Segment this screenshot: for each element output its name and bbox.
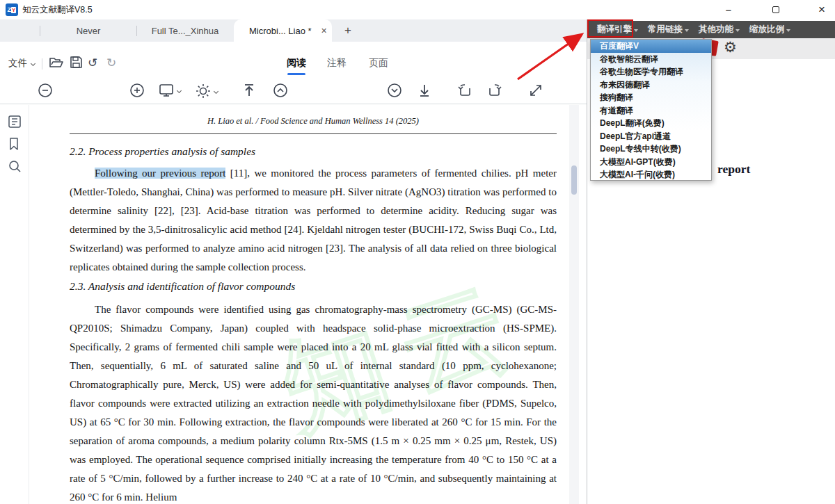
tab-label: Microbi... Liao * bbox=[249, 26, 312, 36]
pdf-sidebar bbox=[0, 105, 29, 504]
go-to-bottom-button[interactable] bbox=[418, 83, 431, 98]
app-logo-icon: ZY bbox=[6, 3, 18, 16]
engine-option-google-biomed[interactable]: 谷歌生物医学专用翻译 bbox=[591, 65, 711, 79]
rotate-right-button[interactable] bbox=[486, 83, 503, 98]
pdf-scrollbar-thumb[interactable] bbox=[571, 165, 577, 195]
chevron-up-circle-icon bbox=[273, 83, 288, 98]
paragraph-2-2-text: [11], we monitored the process parameter… bbox=[70, 168, 557, 273]
engine-option-youdao[interactable]: 有道翻译 bbox=[591, 104, 711, 117]
engine-option-sogou[interactable]: 搜狗翻译 bbox=[591, 91, 711, 104]
settings-button[interactable]: ⚙ bbox=[724, 39, 737, 56]
caret-down-icon bbox=[735, 29, 740, 32]
section-heading-2-3[interactable]: 2.3. Analysis and identification of flav… bbox=[70, 280, 557, 293]
previous-page-button[interactable] bbox=[273, 83, 288, 98]
pdf-page: 知云 H. Liao et al. / Food Science and Hum… bbox=[29, 105, 569, 504]
source-sentence-partial[interactable]: report bbox=[717, 162, 750, 177]
bookmarks-panel-button[interactable] bbox=[8, 137, 22, 151]
view-tab-read[interactable]: 阅读 bbox=[287, 57, 306, 70]
pdf-scrollbar-track[interactable] bbox=[569, 105, 579, 504]
rotate-left-icon bbox=[456, 83, 473, 98]
redo-button[interactable]: ↻ bbox=[106, 56, 116, 70]
selected-text-highlight[interactable]: Following our previous report bbox=[95, 168, 225, 179]
brightness-icon bbox=[195, 83, 212, 99]
go-to-top-button[interactable] bbox=[242, 83, 256, 98]
paragraph-2-3[interactable]: The flavor compounds were identified usi… bbox=[70, 300, 557, 504]
folder-open-icon bbox=[49, 56, 64, 69]
menu-label: 缩放比例 bbox=[749, 24, 784, 35]
chevron-down-icon bbox=[177, 88, 182, 92]
save-button[interactable] bbox=[70, 56, 83, 69]
menu-label: 翻译引擎 bbox=[597, 24, 632, 35]
zoom-out-icon bbox=[38, 83, 53, 98]
display-theme-button[interactable] bbox=[195, 83, 218, 99]
engine-option-ai-qianwen[interactable]: 大模型AI-千问(收费) bbox=[591, 168, 711, 181]
fullscreen-button[interactable] bbox=[528, 83, 543, 98]
new-tab-button[interactable]: + bbox=[340, 22, 356, 39]
undo-button[interactable]: ↺ bbox=[88, 56, 97, 70]
page-view-mode-button[interactable] bbox=[158, 83, 181, 98]
tab-label: Never bbox=[77, 26, 101, 36]
zoom-out-button[interactable] bbox=[38, 83, 53, 98]
menu-label: 常用链接 bbox=[648, 24, 683, 35]
menu-other-functions[interactable]: 其他功能 bbox=[699, 24, 740, 35]
view-tab-annotate[interactable]: 注释 bbox=[327, 57, 347, 70]
engine-option-baidu[interactable]: 百度翻译V bbox=[591, 40, 711, 53]
caret-down-icon bbox=[685, 29, 689, 32]
engine-option-google-cloud[interactable]: 谷歌智能云翻译 bbox=[591, 53, 711, 66]
maximize-button[interactable] bbox=[765, 1, 786, 18]
tab-close-icon[interactable]: × bbox=[321, 25, 327, 36]
thumbnails-icon bbox=[8, 115, 22, 129]
chevron-down-circle-icon bbox=[387, 83, 402, 98]
maximize-icon bbox=[772, 6, 779, 13]
bookmark-icon bbox=[8, 137, 20, 151]
tab-label: Full Te..._Xinhua bbox=[152, 26, 219, 36]
menu-label: 其他功能 bbox=[699, 24, 733, 35]
menu-translate-engine[interactable]: 翻译引擎 bbox=[597, 24, 638, 35]
app-title: 知云文献翻译V8.5 bbox=[22, 4, 93, 16]
file-menu-button[interactable]: 文件 bbox=[8, 57, 35, 70]
open-file-button[interactable] bbox=[49, 56, 64, 69]
menu-common-links[interactable]: 常用链接 bbox=[648, 24, 689, 35]
running-head[interactable]: H. Liao et al. / Food Science and Human … bbox=[70, 116, 557, 127]
save-icon bbox=[70, 56, 83, 69]
tab-never[interactable]: Never bbox=[40, 19, 136, 42]
app-window: ZY 知云文献翻译V8.5 − × Never Full Te..._Xinhu… bbox=[0, 0, 835, 504]
section-heading-2-2[interactable]: 2.2. Process properties analysis of samp… bbox=[70, 145, 557, 158]
view-tab-pages[interactable]: 页面 bbox=[369, 57, 388, 70]
caret-down-icon bbox=[786, 29, 790, 32]
engine-option-brined[interactable]: 布来因德翻译 bbox=[591, 79, 711, 92]
engine-option-ai-gpt[interactable]: 大模型AI-GPT(收费) bbox=[591, 156, 711, 169]
minimize-button[interactable]: − bbox=[718, 1, 739, 18]
main-toolbar: 文件 ↺ ↻ 阅读 注释 页面 bbox=[0, 42, 587, 104]
expand-arrows-icon bbox=[528, 83, 543, 98]
undo-icon: ↺ bbox=[88, 56, 97, 70]
translation-menu-bar: 翻译引擎 常用链接 其他功能 缩放比例 bbox=[587, 21, 835, 38]
caret-down-icon bbox=[634, 29, 638, 32]
paragraph-2-2[interactable]: Following our previous report [11], we m… bbox=[70, 164, 557, 277]
next-page-button[interactable] bbox=[387, 83, 402, 98]
menu-zoom-ratio[interactable]: 缩放比例 bbox=[749, 24, 790, 35]
tab-fulltext-xinhua[interactable]: Full Te..._Xinhua bbox=[137, 19, 233, 42]
close-button[interactable]: × bbox=[811, 1, 832, 18]
monitor-icon bbox=[158, 83, 175, 98]
engine-option-deepl-relay[interactable]: DeepL专线中转(收费) bbox=[591, 143, 711, 156]
thumbnails-panel-button[interactable] bbox=[8, 115, 22, 129]
zoom-in-icon bbox=[129, 83, 145, 98]
rotate-left-button[interactable] bbox=[456, 83, 473, 98]
document-tab-bar: Never Full Te..._Xinhua Microbi... Liao … bbox=[0, 19, 587, 42]
tab-microbi-liao-active[interactable]: Microbi... Liao * × bbox=[234, 19, 332, 42]
toolbar-separator bbox=[42, 58, 42, 70]
search-panel-button[interactable] bbox=[8, 159, 22, 173]
search-icon bbox=[8, 159, 22, 173]
engine-option-deepl-free[interactable]: DeepL翻译(免费) bbox=[591, 117, 711, 130]
chevron-down-icon bbox=[214, 88, 218, 93]
zoom-in-button[interactable] bbox=[129, 83, 145, 98]
title-bar: ZY 知云文献翻译V8.5 − × bbox=[0, 0, 835, 19]
engine-dropdown-menu: 百度翻译V 谷歌智能云翻译 谷歌生物医学专用翻译 布来因德翻译 搜狗翻译 有道翻… bbox=[590, 39, 712, 181]
header-rule bbox=[70, 133, 557, 134]
rotate-right-icon bbox=[486, 83, 503, 98]
engine-option-deepl-api[interactable]: DeepL官方api通道 bbox=[591, 130, 711, 143]
arrow-down-to-bar-icon bbox=[418, 83, 431, 98]
redo-icon: ↻ bbox=[106, 56, 116, 70]
arrow-up-to-bar-icon bbox=[242, 83, 256, 98]
